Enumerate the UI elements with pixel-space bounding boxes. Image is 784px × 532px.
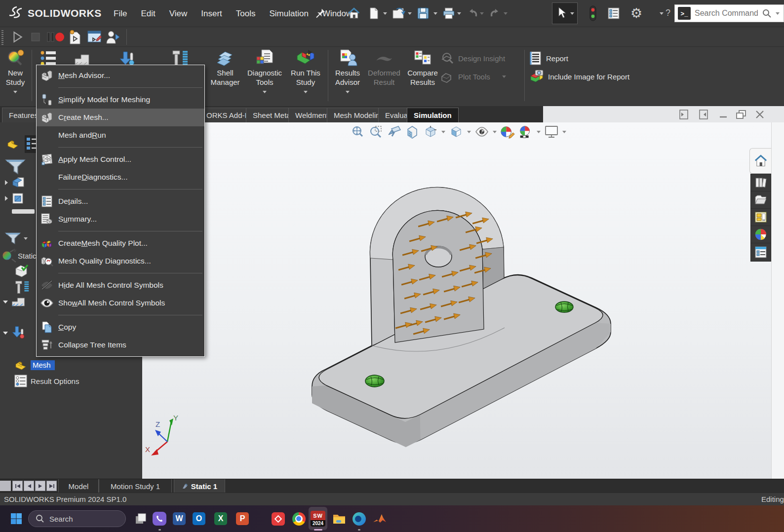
new-document-dropdown[interactable]	[383, 12, 387, 15]
task-view-button[interactable]	[132, 510, 149, 527]
tree-row-mesh[interactable]: Mesh	[0, 358, 55, 372]
toolbar-grip[interactable]	[1, 29, 3, 45]
run-this-study-button[interactable]: Run This Study	[285, 48, 326, 105]
apply-material-icon-partial[interactable]	[39, 50, 57, 65]
pin-menu-icon[interactable]	[312, 4, 329, 22]
search-commands-box[interactable]: >_	[674, 4, 784, 22]
new-document-button[interactable]	[365, 4, 382, 22]
menu-item-summary[interactable]: Summary...	[37, 210, 204, 228]
file-explorer-tab[interactable]	[751, 191, 771, 209]
menu-item-show-all-mesh-control-symbols[interactable]: Show All Mesh Control Symbols	[37, 294, 204, 312]
diagnostic-tools-dropdown[interactable]	[263, 91, 267, 93]
menu-view[interactable]: View	[162, 9, 195, 19]
home-button[interactable]	[346, 4, 362, 22]
graphics-area[interactable]: Y X Z	[142, 122, 771, 479]
compare-results-button[interactable]: Compare Results	[403, 48, 442, 105]
external-loads-icon-partial[interactable]	[118, 50, 135, 65]
collapse-arrow-icon[interactable]	[3, 332, 8, 335]
print-dropdown[interactable]	[457, 12, 461, 15]
tab-motion-study-1[interactable]: Motion Study 1	[99, 479, 172, 493]
tree-row-part[interactable]	[0, 176, 26, 190]
rebuild-traffic-light-icon[interactable]	[585, 4, 601, 22]
menu-item-mesh-and-run[interactable]: Mesh and Run	[37, 126, 204, 144]
edit-macro-button[interactable]	[87, 30, 103, 44]
open-dropdown[interactable]	[408, 12, 412, 15]
diagnostic-tools-button[interactable]: Diagnostic Tools	[245, 48, 284, 105]
model-part[interactable]: Y X Z	[142, 122, 771, 479]
tree-scrollbar[interactable]	[12, 209, 35, 214]
outlook-icon[interactable]: O	[191, 510, 207, 527]
include-image-for-report-button[interactable]: Include Image for Report	[529, 69, 629, 84]
menu-item-create-mesh[interactable]: Create Mesh...	[37, 109, 204, 126]
menu-item-collapse-tree-items[interactable]: Collapse Tree Items	[37, 336, 204, 354]
menu-item-hide-all-mesh-control-symbols[interactable]: Hide All Mesh Control Symbols	[37, 276, 204, 294]
run-this-study-dropdown[interactable]	[304, 91, 308, 93]
menu-item-copy[interactable]: Copy	[37, 318, 204, 336]
task-scheduler-icon[interactable]	[605, 4, 622, 22]
last-tab-button[interactable]	[46, 481, 57, 491]
options-gear-icon[interactable]: ⚙	[628, 4, 645, 22]
start-button[interactable]	[8, 510, 25, 527]
minimize-window-icon[interactable]	[717, 109, 730, 120]
save-button[interactable]	[415, 4, 431, 22]
tab-model[interactable]: Model	[58, 479, 99, 493]
menu-simulation[interactable]: Simulation	[262, 9, 315, 19]
stop-macro-button[interactable]	[30, 30, 41, 44]
undo-button[interactable]	[464, 4, 481, 22]
design-library-tab[interactable]	[751, 174, 771, 191]
connections-advisor-icon-partial[interactable]	[171, 50, 190, 65]
next-tab-button[interactable]	[35, 481, 45, 491]
custom-properties-tab[interactable]	[751, 243, 771, 261]
tree-row-result-options[interactable]: Result Options	[0, 374, 79, 388]
display-pane-tab-icon[interactable]	[25, 135, 36, 153]
new-study-button[interactable]: New Study	[1, 48, 30, 105]
previous-tab-button[interactable]	[24, 481, 34, 491]
record-pause-macro-button[interactable]	[46, 30, 65, 44]
expand-arrow-icon[interactable]	[5, 196, 8, 201]
collapse-arrow-icon[interactable]	[3, 301, 8, 304]
help-icon[interactable]: ?▾	[666, 8, 672, 19]
search-icon[interactable]	[762, 8, 772, 18]
study-filter-funnel-icon[interactable]	[4, 231, 28, 246]
first-tab-button[interactable]	[12, 481, 23, 491]
tab-simulation[interactable]: Simulation	[407, 108, 459, 122]
powerpoint-icon[interactable]: P	[234, 510, 251, 527]
undo-dropdown[interactable]	[480, 12, 484, 15]
menu-file[interactable]: File	[107, 9, 134, 19]
matlab-icon[interactable]	[371, 510, 388, 527]
select-tool-button[interactable]	[552, 2, 578, 24]
task-pane-home-tab[interactable]	[749, 148, 771, 174]
options-gear-dropdown[interactable]	[660, 12, 664, 15]
menu-item-mesh-advisor[interactable]: Mesh Advisor...	[37, 67, 204, 84]
part-tab-icon[interactable]	[6, 137, 21, 151]
menu-item-apply-mesh-control[interactable]: Apply Mesh Control...	[37, 151, 204, 168]
tab-static-1[interactable]: Static 1	[174, 479, 225, 493]
appearances-scenes-tab[interactable]	[751, 226, 771, 243]
collapse-right-pane-icon[interactable]	[697, 109, 710, 120]
menu-edit[interactable]: Edit	[134, 9, 162, 19]
open-button[interactable]	[390, 4, 407, 22]
expand-arrow-icon[interactable]	[5, 180, 8, 185]
guided-tutorial-button[interactable]	[106, 30, 120, 44]
chrome-icon[interactable]	[290, 510, 307, 527]
results-advisor-dropdown[interactable]	[346, 91, 350, 93]
menu-item-simplify-model[interactable]: Simplify Model for Meshing	[37, 91, 204, 109]
select-tool-dropdown[interactable]	[570, 12, 574, 15]
excel-icon[interactable]: X	[212, 510, 229, 527]
menu-item-details[interactable]: Details...	[37, 192, 204, 210]
fixtures-advisor-icon-partial[interactable]	[73, 50, 92, 65]
tab-scroll-area[interactable]	[0, 481, 11, 491]
new-macro-button[interactable]	[68, 30, 82, 44]
results-advisor-button[interactable]: Results Advisor	[330, 48, 365, 105]
view-palette-tab[interactable]	[751, 209, 771, 226]
close-window-icon[interactable]	[753, 109, 766, 120]
taskbar-search-box[interactable]: Search	[28, 510, 126, 527]
edge-icon[interactable]	[351, 510, 367, 527]
redo-button[interactable]	[487, 4, 504, 22]
viber-icon[interactable]	[151, 510, 168, 527]
print-button[interactable]	[440, 4, 457, 22]
tree-row-surface[interactable]	[0, 191, 25, 205]
run-macro-button[interactable]	[11, 30, 24, 44]
collapse-left-pane-icon[interactable]	[677, 109, 690, 120]
menu-item-failure-diagnostics[interactable]: Failure Diagnostics...	[37, 168, 204, 186]
